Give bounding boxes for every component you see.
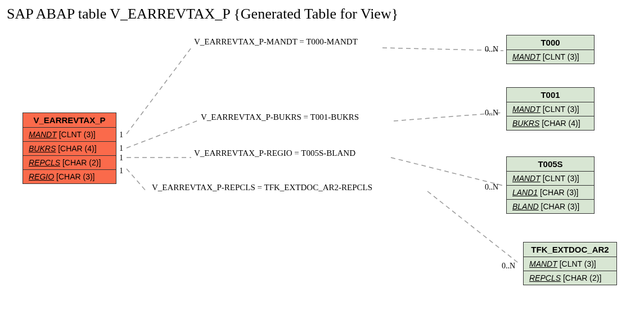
cardinality-right: 0..N xyxy=(485,109,498,118)
table-header: T000 xyxy=(507,35,594,50)
cardinality-right: 0..N xyxy=(485,45,498,54)
relation-label: V_EARREVTAX_P-REPCLS = TFK_EXTDOC_AR2-RE… xyxy=(152,183,372,192)
cardinality-left: 1 xyxy=(119,144,123,153)
cardinality-left: 1 xyxy=(119,167,123,176)
table-row: MANDT [CLNT (3)] xyxy=(507,102,594,116)
page-title: SAP ABAP table V_EARREVTAX_P {Generated … xyxy=(7,6,398,23)
table-row: BUKRS [CHAR (4)] xyxy=(507,116,594,130)
table-source: V_EARREVTAX_P MANDT [CLNT (3)] BUKRS [CH… xyxy=(22,113,116,184)
table-row: REPCLS [CHAR (2)] xyxy=(524,271,616,285)
table-header: TFK_EXTDOC_AR2 xyxy=(524,242,616,257)
svg-line-0 xyxy=(127,48,191,134)
table-t005s: T005S MANDT [CLNT (3)] LAND1 [CHAR (3)] … xyxy=(506,156,595,214)
svg-line-5 xyxy=(391,158,503,186)
svg-line-6 xyxy=(127,169,146,191)
table-header: T001 xyxy=(507,88,594,102)
table-t001: T001 MANDT [CLNT (3)] BUKRS [CHAR (4)] xyxy=(506,87,595,131)
table-source-header: V_EARREVTAX_P xyxy=(23,113,116,128)
table-row: MANDT [CLNT (3)] xyxy=(23,128,116,142)
cardinality-right: 0..N xyxy=(485,183,498,192)
relation-label: V_EARREVTAX_P-REGIO = T005S-BLAND xyxy=(194,149,355,158)
relation-label: V_EARREVTAX_P-MANDT = T000-MANDT xyxy=(194,37,358,47)
table-t000: T000 MANDT [CLNT (3)] xyxy=(506,35,595,64)
table-row: LAND1 [CHAR (3)] xyxy=(507,186,594,200)
table-row: MANDT [CLNT (3)] xyxy=(524,257,616,271)
svg-line-2 xyxy=(127,121,197,148)
table-row: REPCLS [CHAR (2)] xyxy=(23,156,116,170)
relation-label: V_EARREVTAX_P-BUKRS = T001-BUKRS xyxy=(201,113,359,122)
table-row: REGIO [CHAR (3)] xyxy=(23,170,116,183)
table-row: BLAND [CHAR (3)] xyxy=(507,200,594,213)
table-row: MANDT [CLNT (3)] xyxy=(507,50,594,64)
table-row: BUKRS [CHAR (4)] xyxy=(23,142,116,156)
cardinality-right: 0..N xyxy=(502,262,515,271)
table-row: MANDT [CLNT (3)] xyxy=(507,172,594,186)
cardinality-left: 1 xyxy=(119,154,123,163)
cardinality-left: 1 xyxy=(119,131,123,140)
table-header: T005S xyxy=(507,157,594,172)
table-tfk: TFK_EXTDOC_AR2 MANDT [CLNT (3)] REPCLS [… xyxy=(523,242,617,285)
